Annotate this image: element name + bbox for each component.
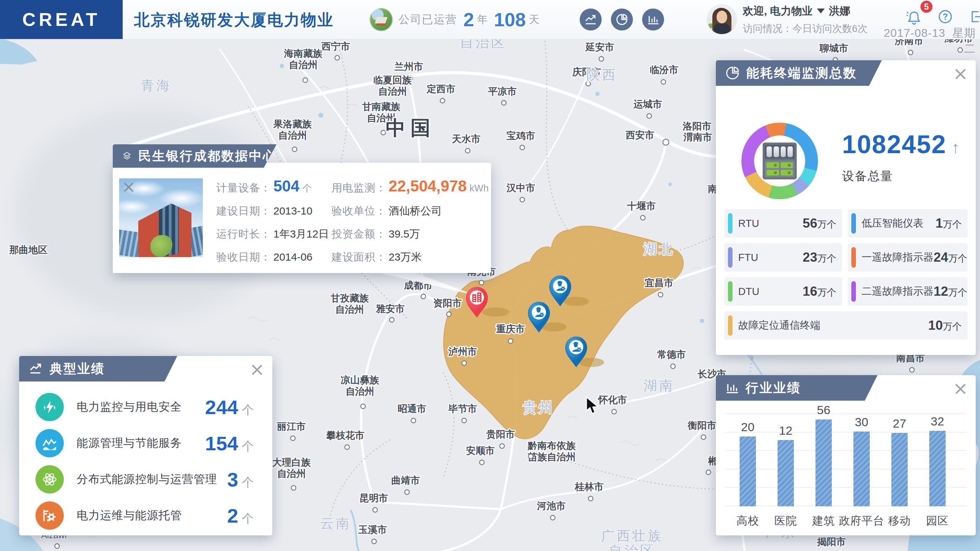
map-label: 昆明市	[360, 493, 388, 503]
city-dot	[303, 78, 308, 83]
map-label: 云南	[320, 516, 352, 531]
map-label: 揭阳市	[817, 537, 846, 547]
performance-row[interactable]: 分布式能源控制与运营管理 3个	[19, 465, 272, 494]
performance-row[interactable]: 电力运维与能源托管 2个	[19, 501, 272, 530]
logout-icon[interactable]	[969, 9, 980, 24]
bar-高校[interactable]	[740, 436, 756, 506]
stat-unit: 万个	[948, 287, 967, 298]
help-icon[interactable]: ?	[937, 9, 953, 24]
notification-bell-icon[interactable]	[906, 8, 922, 25]
performance-unit: 个	[242, 438, 254, 455]
map-label: 天水市	[452, 134, 481, 144]
field-label: 计量设备：	[216, 181, 271, 195]
wave-icon-circle	[35, 429, 64, 457]
city-dot	[345, 445, 350, 450]
popup-field: 验收日期：2014-06	[216, 250, 331, 264]
performance-row[interactable]: 电力监控与用电安全 244个	[19, 392, 272, 422]
city-dot	[520, 197, 525, 202]
map-label: 宜昌市	[645, 278, 674, 288]
performance-row[interactable]: 能源管理与节能服务 154个	[19, 428, 272, 458]
stat-unit: 万个	[943, 321, 962, 332]
bar-chart-icon[interactable]	[642, 8, 664, 30]
bar-园区[interactable]	[929, 431, 946, 506]
device-total-value: 1082452	[842, 130, 946, 159]
industry-close-icon[interactable]	[955, 383, 967, 395]
terminal-stat-item: 低压智能仪表 1万个	[848, 209, 967, 237]
terminal-stat-item: 一遥故障指示器 24万个	[848, 243, 967, 272]
field-label: 用电监测：	[331, 181, 387, 195]
trend-line-icon[interactable]	[580, 8, 602, 30]
creat-logo[interactable]: CREAT	[0, 0, 123, 39]
bar-建筑[interactable]	[816, 419, 832, 506]
welcome-text: 欢迎, 电力物业	[743, 4, 813, 18]
map-label: 贵阳市	[486, 429, 515, 440]
svg-text:?: ?	[943, 12, 948, 21]
energy-close-icon[interactable]	[955, 68, 967, 80]
layers-icon	[122, 148, 132, 164]
stat-label: FTU	[738, 252, 758, 263]
performance-unit: 个	[242, 475, 254, 491]
bar-value-label: 12	[761, 424, 811, 438]
map-label: 攀枝花市	[326, 430, 364, 441]
city-dot	[500, 444, 504, 449]
company-building-icon	[369, 8, 393, 31]
city-dot	[706, 470, 711, 475]
chevron-down-icon[interactable]	[817, 8, 825, 13]
popup-field: 用电监测：22,504,978kWh	[331, 178, 488, 195]
map-label: 曲靖市	[391, 475, 420, 486]
energy-terminal-panel: 能耗终端监测总数 1082452↑ 设备总量 RTU 56万个 低压智能仪表 1…	[716, 60, 976, 355]
performance-label: 分布式能源控制与运营管理	[76, 471, 217, 487]
city-dot	[372, 539, 377, 544]
typical-performance-panel: 典型业绩 电力监控与用电安全 244个 能源管理与节能服务 154个 分布式能源…	[19, 356, 272, 535]
stat-color-pill	[728, 213, 732, 234]
user-welcome-row[interactable]: 欢迎, 电力物业 洪娜	[743, 4, 868, 18]
visit-status: 访问情况：今日访问次数6次	[743, 22, 868, 35]
bar-医院[interactable]	[778, 440, 794, 506]
city-dot	[520, 145, 525, 150]
gear-icon-circle	[35, 502, 64, 530]
popup-field: 建设日期：2013-10	[216, 204, 331, 218]
terminal-stats-grid: RTU 56万个 低压智能仪表 1万个 FTU 23万个 一遥故障指示器 24万…	[724, 209, 967, 340]
city-dot	[599, 57, 604, 61]
bar-移动[interactable]	[891, 433, 908, 506]
city-dot	[661, 80, 666, 84]
popup-field: 计量设备：504个	[216, 178, 331, 195]
field-value: 22,504,978	[388, 178, 466, 194]
stat-label: RTU	[738, 218, 759, 229]
terminal-stat-item: FTU 23万个	[724, 243, 842, 272]
industry-panel-banner: 行业业绩	[716, 375, 878, 401]
notification-badge[interactable]: 5	[920, 1, 932, 13]
map-label: 毕节市	[448, 403, 477, 414]
city-dot	[529, 454, 533, 459]
city-dot	[671, 364, 675, 369]
city-dot	[480, 460, 484, 465]
city-dot	[381, 131, 386, 135]
site-popup-banner: 民生银行成都数据中心	[113, 144, 277, 168]
performance-label: 能源管理与节能服务	[76, 435, 182, 451]
bar-政府平台[interactable]	[853, 432, 870, 506]
operating-years-unit: 年	[477, 13, 487, 27]
device-donut-chart[interactable]	[741, 123, 818, 199]
user-avatar[interactable]	[707, 5, 737, 34]
bar-category-label: 园区	[907, 513, 967, 528]
logo-text: CREAT	[22, 9, 100, 30]
stat-label: 故障定位通信终端	[738, 318, 821, 333]
industry-bar-chart[interactable]: 20高校12医院56建筑30政府平台27移动32园区	[723, 409, 969, 535]
typical-close-icon[interactable]	[251, 364, 263, 376]
city-dot	[335, 56, 340, 60]
typical-panel-banner: 典型业绩	[19, 356, 177, 382]
performance-unit: 个	[242, 511, 254, 527]
city-dot	[641, 216, 645, 220]
user-name: 洪娜	[829, 4, 850, 18]
city-dot	[663, 139, 669, 145]
stat-color-pill	[728, 315, 732, 336]
header-chart-buttons	[580, 8, 664, 30]
city-dot	[441, 99, 445, 103]
city-dot	[462, 361, 466, 366]
city-dot	[659, 293, 663, 297]
popup-close-icon[interactable]	[123, 182, 134, 193]
pie-chart-icon[interactable]	[611, 8, 633, 30]
popup-field: 验收单位：酒仙桥公司	[331, 204, 442, 218]
stat-label: 一遥故障指示器	[862, 250, 934, 264]
device-total-label: 设备总量	[842, 168, 959, 185]
